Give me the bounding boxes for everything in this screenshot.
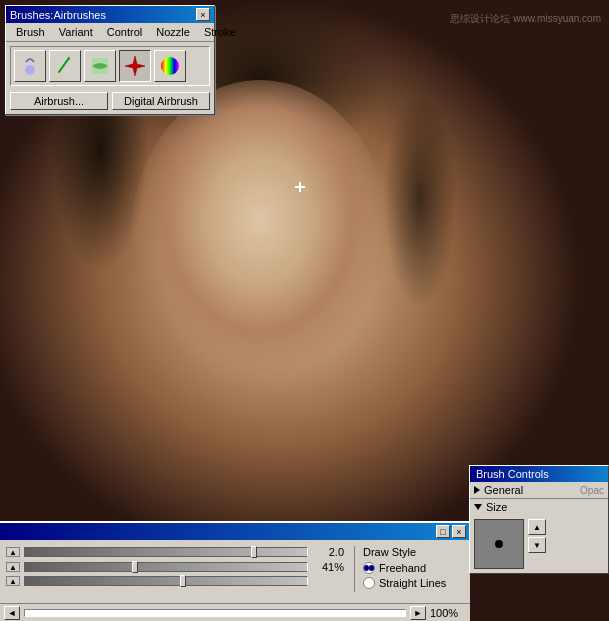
bc-preview-dot — [495, 540, 503, 548]
draw-style-section: Draw Style Freehand Straight Lines — [354, 546, 464, 592]
bc-general-label: General — [484, 484, 523, 496]
brushes-title: Brushes:Airbrushes — [10, 9, 106, 21]
brush-controls-title: Brush Controls — [476, 468, 549, 480]
brushes-content: Airbrush... Digital Airbrush — [6, 42, 214, 114]
radio-straight-label: Straight Lines — [379, 577, 446, 589]
brush-icon-4[interactable] — [119, 50, 151, 82]
bc-general-header[interactable]: General Opac — [470, 482, 608, 498]
size-triangle-icon — [474, 504, 482, 510]
brush-icon-5[interactable] — [154, 50, 186, 82]
slider1-icon-left: ▲ — [6, 547, 20, 557]
zoom-right-btn[interactable]: ► — [410, 606, 426, 620]
bc-size-section: Size ▲ ▼ — [470, 499, 608, 573]
bottom-controls-titlebar: □ × — [0, 523, 470, 540]
brush-icon-3[interactable] — [84, 50, 116, 82]
sliders-section: ▲ 2.0 ▲ 41% ▲ — [6, 546, 344, 589]
slider3-icon-left: ▲ — [6, 576, 20, 586]
bc-size-content: ▲ ▼ — [470, 515, 608, 573]
brush-icon-1[interactable] — [14, 50, 46, 82]
bc-size-header[interactable]: Size — [470, 499, 608, 515]
brushes-close-button[interactable]: × — [196, 8, 210, 21]
bc-preview-box — [474, 519, 524, 569]
menu-stroke[interactable]: Stroke — [198, 25, 242, 39]
slider2-value: 41% — [312, 561, 344, 573]
svg-point-2 — [161, 57, 179, 75]
bc-size-label: Size — [486, 501, 507, 513]
brush-icon-2[interactable] — [49, 50, 81, 82]
general-triangle-icon — [474, 486, 480, 494]
bc-right-buttons: ▲ ▼ — [528, 519, 546, 569]
slider1-thumb[interactable] — [251, 546, 257, 558]
radio-freehand-label: Freehand — [379, 562, 426, 574]
menu-brush[interactable]: Brush — [10, 25, 51, 39]
zoom-bar: ◄ ► 100% — [0, 603, 470, 621]
zoom-value: 100% — [430, 607, 466, 619]
zoom-track[interactable] — [24, 609, 406, 617]
watermark: 思综设计论坛 www.missyuan.com — [450, 12, 601, 26]
slider1-value: 2.0 — [312, 546, 344, 558]
brush-controls-titlebar: Brush Controls — [470, 466, 608, 482]
bc-general-section: General Opac — [470, 482, 608, 499]
menu-control[interactable]: Control — [101, 25, 148, 39]
slider3-thumb[interactable] — [180, 575, 186, 587]
slider3-track[interactable] — [24, 576, 308, 586]
radio-straight[interactable] — [363, 577, 375, 589]
brush-label-digital[interactable]: Digital Airbrush — [112, 92, 210, 110]
menu-variant[interactable]: Variant — [53, 25, 99, 39]
slider2-icon-left: ▲ — [6, 562, 20, 572]
bottom-controls-panel: □ × ▲ 2.0 ▲ 41% ▲ — [0, 521, 470, 621]
brushes-titlebar: Brushes:Airbrushes × — [6, 6, 214, 23]
slider1-track[interactable] — [24, 547, 308, 557]
bc-btn-up[interactable]: ▲ — [528, 519, 546, 535]
zoom-left-btn[interactable]: ◄ — [4, 606, 20, 620]
slider2-track[interactable] — [24, 562, 308, 572]
brushes-menubar: Brush Variant Control Nozzle Stroke — [6, 23, 214, 42]
brushes-labels: Airbrush... Digital Airbrush — [10, 92, 210, 110]
draw-style-label: Draw Style — [363, 546, 464, 558]
svg-point-0 — [25, 65, 35, 75]
brush-icons-row — [10, 46, 210, 86]
close-bottom-button[interactable]: × — [452, 525, 466, 538]
radio-freehand[interactable] — [363, 562, 375, 574]
brush-label-airbrush[interactable]: Airbrush... — [10, 92, 108, 110]
bc-btn-down[interactable]: ▼ — [528, 537, 546, 553]
brushes-window: Brushes:Airbrushes × Brush Variant Contr… — [5, 5, 215, 115]
bc-general-extra: Opac — [580, 485, 604, 496]
minimize-button[interactable]: □ — [436, 525, 450, 538]
brush-controls-panel: Brush Controls General Opac Size ▲ ▼ — [469, 465, 609, 574]
menu-nozzle[interactable]: Nozzle — [150, 25, 196, 39]
cursor-cross — [295, 182, 305, 192]
slider2-thumb[interactable] — [132, 561, 138, 573]
